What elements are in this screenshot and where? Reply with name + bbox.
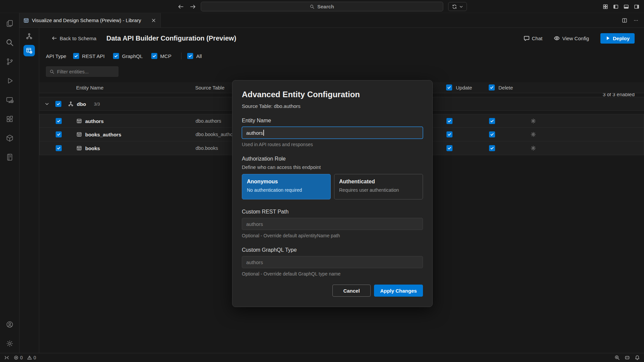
- row-settings-gear-icon[interactable]: [530, 118, 536, 124]
- rest-path-placeholder: authors: [246, 221, 263, 227]
- text-caret: [263, 130, 264, 136]
- source-control-icon[interactable]: [0, 52, 19, 71]
- table-config-icon[interactable]: [23, 45, 35, 56]
- remote-icon[interactable]: [4, 355, 9, 360]
- authenticated-role-card[interactable]: Authenticated Requires user authenticati…: [334, 174, 423, 199]
- graphql-type-field[interactable]: authors: [242, 256, 423, 268]
- update-checkbox[interactable]: [446, 131, 452, 137]
- auth-role-label: Authorization Role: [242, 156, 423, 162]
- authenticated-desc: Requires user authentication: [339, 187, 418, 193]
- rest-path-hint: Optional - Override default api/entityNa…: [242, 233, 423, 238]
- schema-icon: [68, 101, 73, 107]
- problems-warnings[interactable]: 0: [27, 355, 36, 360]
- session-dropdown[interactable]: [448, 2, 467, 11]
- extensions-icon[interactable]: [0, 109, 19, 128]
- schema-hierarchy-icon[interactable]: [23, 31, 35, 42]
- mcp-checkbox[interactable]: [151, 53, 157, 59]
- filter-option-all: All: [187, 53, 202, 59]
- close-icon[interactable]: [151, 18, 156, 23]
- anonymous-role-card[interactable]: Anonymous No authentication required: [242, 174, 331, 199]
- chat-button[interactable]: Chat: [524, 35, 543, 41]
- tab-visualize-schema[interactable]: Visualize and Design Schema (Preview) - …: [19, 13, 161, 27]
- apply-changes-button[interactable]: Apply Changes: [374, 285, 423, 297]
- update-checkbox[interactable]: [446, 145, 452, 151]
- error-circle-icon: [14, 355, 18, 360]
- row-checkbox[interactable]: [56, 118, 62, 124]
- chevron-down-icon: [459, 4, 464, 9]
- delete-checkbox[interactable]: [489, 145, 495, 151]
- divider: [181, 53, 181, 59]
- deploy-button[interactable]: Deploy: [600, 33, 635, 44]
- filter-placeholder: Filter entities...: [57, 69, 89, 74]
- account-icon[interactable]: [0, 315, 19, 334]
- problems-errors[interactable]: 0: [14, 355, 23, 360]
- entity-source: dbo.authors: [196, 118, 221, 124]
- row-settings-gear-icon[interactable]: [530, 131, 536, 137]
- zoom-icon[interactable]: [614, 355, 620, 360]
- settings-gear-icon[interactable]: [0, 334, 19, 353]
- group-name: dbo: [77, 101, 86, 107]
- tab-actions: [622, 13, 639, 28]
- chevron-down-icon[interactable]: [44, 101, 50, 107]
- rest-api-checkbox[interactable]: [73, 53, 79, 59]
- layout-grid-icon[interactable]: [603, 4, 608, 9]
- chat-icon: [524, 35, 530, 41]
- delete-header: Delete: [498, 85, 513, 90]
- back-to-schema-link[interactable]: Back to Schema: [52, 36, 96, 41]
- entity-source: dbo.books: [196, 145, 218, 151]
- delete-checkbox[interactable]: [489, 118, 495, 124]
- table-icon: [76, 145, 82, 151]
- row-settings-gear-icon[interactable]: [530, 145, 536, 151]
- layout-sidebar-left-icon[interactable]: [613, 4, 619, 9]
- delete-checkbox[interactable]: [489, 131, 495, 137]
- activity-bar: [0, 13, 19, 353]
- rest-path-field[interactable]: authors: [242, 218, 423, 230]
- entity-name-header: Entity Name: [76, 85, 104, 90]
- search-placeholder: Search: [317, 4, 334, 9]
- database-project-icon[interactable]: [0, 128, 19, 147]
- dialog-buttons: Cancel Apply Changes: [242, 285, 423, 297]
- warning-triangle-icon: [27, 355, 32, 360]
- row-checkbox[interactable]: [56, 145, 62, 151]
- split-editor-icon[interactable]: [622, 18, 627, 23]
- layout-panel-icon[interactable]: [624, 4, 629, 9]
- filter-entities-input[interactable]: Filter entities...: [46, 66, 118, 77]
- monitor-disconnect-icon[interactable]: [0, 90, 19, 109]
- entity-name-field[interactable]: authors: [242, 127, 423, 139]
- entity-name: books_authors: [85, 132, 121, 137]
- dialog-title: Advanced Entity Configuration: [242, 90, 423, 99]
- graphql-type-placeholder: authors: [246, 259, 263, 265]
- graphql-checkbox[interactable]: [113, 53, 119, 59]
- more-actions-icon[interactable]: [633, 18, 639, 23]
- update-all-checkbox[interactable]: [446, 84, 452, 90]
- anonymous-title: Anonymous: [247, 179, 326, 185]
- schema-book-icon[interactable]: [0, 147, 19, 167]
- back-arrow-icon: [52, 36, 57, 41]
- layout-sidebar-right-icon[interactable]: [634, 4, 639, 9]
- view-config-label: View Config: [562, 36, 589, 41]
- filter-option-rest: REST API: [73, 53, 105, 59]
- run-debug-icon[interactable]: [0, 71, 19, 90]
- page-title: Data API Builder Configuration (Preview): [106, 35, 236, 42]
- copilot-icon[interactable]: [625, 355, 630, 360]
- bell-icon[interactable]: [635, 355, 640, 360]
- api-type-label: API Type: [46, 53, 66, 59]
- view-config-button[interactable]: View Config: [554, 35, 589, 41]
- source-table-header: Source Table: [195, 85, 224, 90]
- back-arrow-icon[interactable]: [178, 4, 184, 10]
- update-checkbox[interactable]: [446, 118, 452, 124]
- delete-all-checkbox[interactable]: [489, 84, 495, 90]
- files-icon[interactable]: [0, 14, 19, 33]
- group-checkbox[interactable]: [55, 101, 61, 107]
- search-view-icon[interactable]: [0, 33, 19, 52]
- update-header: Update: [456, 85, 472, 90]
- cancel-button[interactable]: Cancel: [332, 285, 371, 297]
- layout-controls: [603, 0, 639, 13]
- mcp-label: MCP: [160, 53, 171, 59]
- row-checkbox[interactable]: [56, 131, 62, 137]
- graphql-type-label: Custom GraphQL Type: [242, 247, 423, 253]
- command-center-search[interactable]: Search: [201, 2, 443, 11]
- graphql-type-hint: Optional - Override default GraphQL type…: [242, 271, 423, 277]
- all-checkbox[interactable]: [187, 53, 193, 59]
- forward-arrow-icon[interactable]: [190, 4, 196, 10]
